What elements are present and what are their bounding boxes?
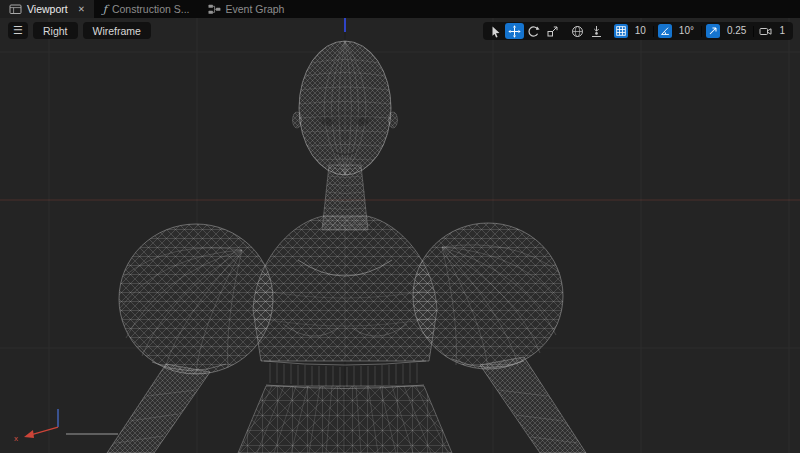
tab-label: Construction S... bbox=[112, 3, 190, 15]
angle-snap-toggle[interactable] bbox=[656, 23, 675, 39]
tab-event-graph[interactable]: Event Graph bbox=[199, 0, 294, 18]
move-icon bbox=[508, 25, 521, 38]
hamburger-icon: ☰ bbox=[13, 25, 23, 36]
angle-snap-value[interactable]: 10° bbox=[675, 22, 699, 40]
surface-snap-button[interactable] bbox=[587, 23, 606, 39]
character-mesh bbox=[107, 41, 586, 453]
axis-x-label: x bbox=[14, 434, 18, 443]
viewport-tab-icon bbox=[9, 4, 22, 15]
transform-toolbar: 10 10° 0.25 1 bbox=[483, 22, 793, 40]
camera-icon bbox=[759, 25, 772, 38]
toolbar-separator bbox=[653, 26, 654, 37]
tab-viewport[interactable]: Viewport ✕ bbox=[0, 0, 94, 18]
toolbar-separator bbox=[701, 26, 702, 37]
render-mode-button[interactable]: Wireframe bbox=[83, 22, 151, 39]
select-icon bbox=[489, 25, 502, 38]
scale-icon bbox=[546, 25, 559, 38]
scale-snap-value[interactable]: 0.25 bbox=[723, 22, 751, 40]
toolbar-separator bbox=[753, 26, 754, 37]
blueprint-editor-window: Viewport ✕ ƒ Construction S... Event Gra… bbox=[0, 0, 800, 453]
camera-speed-button[interactable] bbox=[756, 23, 775, 39]
scale-snap-toggle[interactable] bbox=[704, 23, 723, 39]
scale-tool-button[interactable] bbox=[543, 23, 562, 39]
select-tool-button[interactable] bbox=[486, 23, 505, 39]
character-head bbox=[293, 41, 398, 175]
viewport-controls-left: ☰ Right Wireframe bbox=[8, 22, 151, 39]
tab-label: Event Graph bbox=[226, 3, 285, 15]
viewport-panel[interactable]: x ☰ Right Wireframe bbox=[0, 18, 800, 453]
grid-snap-icon bbox=[614, 24, 628, 38]
grid-snap-toggle[interactable] bbox=[612, 23, 631, 39]
event-graph-icon bbox=[208, 4, 221, 15]
scale-snap-icon bbox=[706, 24, 720, 38]
function-icon: ƒ bbox=[103, 4, 107, 15]
rotate-icon bbox=[527, 25, 540, 38]
coordinate-system-button[interactable] bbox=[568, 23, 587, 39]
surface-snap-icon bbox=[590, 25, 603, 38]
camera-speed-value[interactable]: 1 bbox=[775, 22, 790, 40]
tab-bar: Viewport ✕ ƒ Construction S... Event Gra… bbox=[0, 0, 800, 18]
close-icon[interactable]: ✕ bbox=[78, 4, 85, 14]
rotate-tool-button[interactable] bbox=[524, 23, 543, 39]
angle-snap-icon bbox=[658, 24, 672, 38]
grid-snap-value[interactable]: 10 bbox=[631, 22, 651, 40]
axis-gizmo: x bbox=[14, 409, 118, 443]
view-mode-button[interactable]: Right bbox=[33, 22, 78, 39]
tab-label: Viewport bbox=[27, 3, 68, 15]
translate-tool-button[interactable] bbox=[505, 23, 524, 39]
tab-construction-script[interactable]: ƒ Construction S... bbox=[94, 0, 199, 18]
viewport-options-button[interactable]: ☰ bbox=[8, 22, 28, 39]
character-skirt bbox=[238, 386, 452, 453]
globe-icon bbox=[571, 25, 584, 38]
viewport-scene: x bbox=[0, 18, 800, 453]
